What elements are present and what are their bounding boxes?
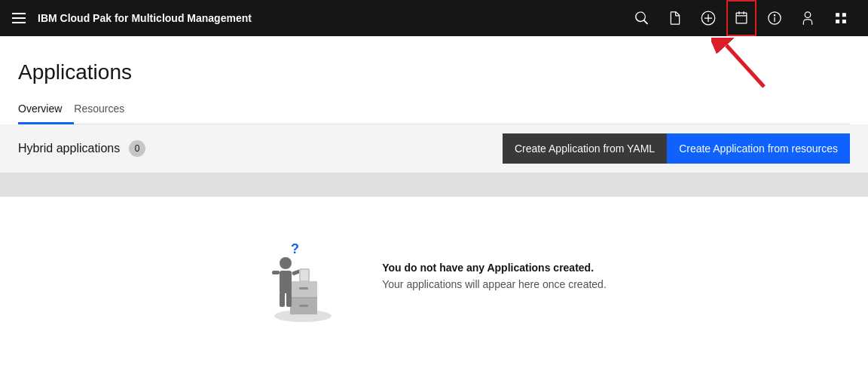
section-title-area: Hybrid applications 0: [18, 140, 145, 157]
topnav-actions: [627, 0, 856, 36]
page-title: Applications: [18, 60, 850, 84]
empty-heading: You do not have any Applications created…: [382, 262, 607, 274]
search-icon-button[interactable]: [627, 0, 657, 36]
svg-rect-7: [299, 287, 308, 290]
empty-text: You do not have any Applications created…: [382, 262, 607, 290]
main-content: Applications Overview Resources Hybrid a…: [0, 36, 868, 355]
svg-rect-11: [272, 271, 280, 274]
top-navigation: IBM Cloud Pak for Multicloud Management: [0, 0, 868, 36]
tabs-bar: Overview Resources: [18, 97, 850, 124]
gray-filter-bar: [0, 173, 868, 197]
calendar-icon-button[interactable]: [726, 0, 756, 36]
empty-state: ? You do not have any Applications creat…: [0, 197, 868, 355]
svg-rect-16: [301, 270, 308, 280]
hybrid-apps-count: 0: [129, 140, 145, 157]
add-icon-button[interactable]: [693, 0, 723, 36]
svg-point-9: [280, 257, 292, 269]
hamburger-menu-icon[interactable]: [12, 13, 26, 23]
help-icon-button[interactable]: [760, 0, 790, 36]
empty-illustration: ?: [261, 227, 352, 325]
section-actions: Create Application from YAML Create Appl…: [503, 133, 850, 164]
section-title: Hybrid applications: [18, 142, 120, 155]
svg-text:?: ?: [291, 241, 299, 256]
section-header: Hybrid applications 0 Create Application…: [0, 124, 868, 173]
svg-rect-14: [286, 292, 292, 307]
user-icon-button[interactable]: [793, 0, 823, 36]
empty-subtext: Your applications will appear here once …: [382, 278, 607, 290]
app-title: IBM Cloud Pak for Multicloud Management: [38, 12, 627, 24]
grid-icon-button[interactable]: [826, 0, 856, 36]
tab-resources[interactable]: Resources: [74, 97, 136, 124]
create-from-resources-button[interactable]: Create Application from resources: [667, 133, 850, 164]
document-icon-button[interactable]: [660, 0, 690, 36]
tab-overview[interactable]: Overview: [18, 97, 74, 124]
svg-rect-10: [280, 271, 292, 293]
svg-rect-13: [280, 292, 285, 307]
create-from-yaml-button[interactable]: Create Application from YAML: [503, 133, 667, 164]
svg-rect-8: [299, 305, 308, 307]
